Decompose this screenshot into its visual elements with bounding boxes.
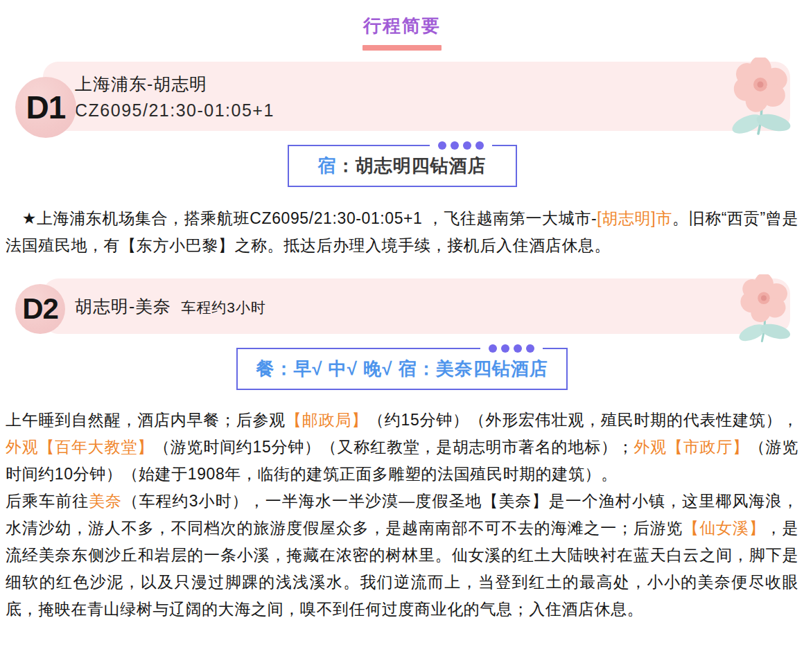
- day1-header-text: 上海浦东-胡志明 CZ6095/21:30-01:05+1: [43, 62, 790, 131]
- text-segment: （车程约3小时），一半海水一半沙漠—度假圣地【美奈】是一个渔村小镇，这里椰风海浪…: [6, 492, 798, 537]
- day1-route: 上海浦东-胡志明: [75, 73, 207, 96]
- text-segment: ★上海浦东机场集合，搭乘航班CZ6095/21:30-01:05+1 ，飞往越南…: [6, 209, 597, 227]
- day1-lodging: 宿：胡志明四钻酒店: [318, 154, 487, 178]
- day2-info-box: 餐：早√ 中√ 晚√ 宿：美奈四钻酒店: [236, 348, 567, 390]
- title-section: 行程简要: [0, 14, 804, 51]
- page-title: 行程简要: [363, 14, 441, 38]
- day2-route-note: 车程约3小时: [181, 298, 266, 317]
- text-segment: 后乘车前往: [6, 492, 89, 510]
- dots-decoration-icon: [480, 344, 543, 353]
- text-segment: 上午睡到自然醒，酒店内早餐；后参观: [6, 411, 286, 429]
- day2-description: 上午睡到自然醒，酒店内早餐；后参观【邮政局】（约15分钟）（外形宏伟壮观，殖民时…: [0, 390, 804, 623]
- day2-badge: D2: [15, 284, 65, 334]
- text-segment: ：: [337, 155, 356, 176]
- day1-description: ★上海浦东机场集合，搭乘航班CZ6095/21:30-01:05+1 ，飞往越南…: [0, 187, 804, 259]
- day2-meals-lodging: 餐：早√ 中√ 晚√ 宿：美奈四钻酒店: [256, 357, 548, 381]
- paragraph: 上午睡到自然醒，酒店内早餐；后参观【邮政局】（约15分钟）（外形宏伟壮观，殖民时…: [6, 407, 798, 488]
- day1-flight: CZ6095/21:30-01:05+1: [75, 100, 790, 121]
- itinerary-page: 行程简要 D1 上海浦东-胡志明 CZ6095/21:30-01:05+1: [0, 0, 804, 672]
- day1-info-box: 宿：胡志明四钻酒店: [288, 145, 517, 187]
- paragraph: ★上海浦东机场集合，搭乘航班CZ6095/21:30-01:05+1 ，飞往越南…: [6, 205, 798, 259]
- text-segment: 胡志明四钻酒店: [356, 155, 487, 176]
- day1-badge: D1: [15, 77, 76, 138]
- text-segment: 外观【百年大教堂】: [6, 438, 154, 456]
- text-segment: 【邮政局】: [286, 411, 368, 429]
- text-segment: [胡志明]市: [597, 209, 672, 227]
- text-segment: （游览时间约15分钟）（又称红教堂，是胡志明市著名的地标）；: [154, 438, 633, 456]
- text-segment: 外观【市政厅】: [633, 438, 749, 456]
- day1-header: D1 上海浦东-胡志明 CZ6095/21:30-01:05+1: [43, 62, 790, 131]
- text-segment: 宿: [318, 155, 337, 176]
- dots-decoration-icon: [430, 141, 492, 150]
- paragraph: 后乘车前往美奈（车程约3小时），一半海水一半沙漠—度假圣地【美奈】是一个渔村小镇…: [6, 488, 798, 623]
- day2-header: D2 胡志明-美奈 车程约3小时: [43, 278, 790, 334]
- text-segment: 美奈: [89, 492, 122, 510]
- text-segment: 餐：早√ 中√ 晚√ 宿：美奈四钻酒店: [256, 358, 548, 379]
- text-segment: （约15分钟）（外形宏伟壮观，殖民时期的代表性建筑），: [368, 411, 798, 429]
- day2-route: 胡志明-美奈: [75, 295, 171, 318]
- title-underline: [362, 45, 442, 51]
- day2-header-text: 胡志明-美奈 车程约3小时: [43, 278, 790, 334]
- text-segment: 【仙女溪】: [683, 519, 765, 537]
